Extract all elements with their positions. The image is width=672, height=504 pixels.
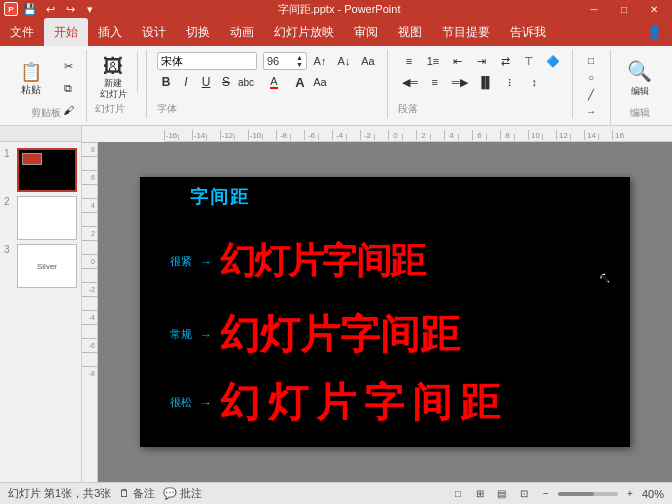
- align-right-button[interactable]: ═▶: [448, 73, 472, 91]
- save-quick-btn[interactable]: 💾: [22, 1, 38, 17]
- slide-thumb-1[interactable]: 1: [4, 148, 77, 192]
- menu-insert[interactable]: 插入: [88, 18, 132, 46]
- status-right: □ ⊞ ▤ ⊡ − + 40%: [450, 486, 664, 502]
- undo-btn[interactable]: ↩: [42, 1, 58, 17]
- new-slide-button[interactable]: 🖼 新建幻灯片: [95, 52, 131, 104]
- slide-preview-1[interactable]: [17, 148, 77, 192]
- indent-increase-button[interactable]: ⇥: [470, 52, 492, 70]
- font-size-up-arrow[interactable]: ▲: [296, 54, 303, 61]
- zoom-slider[interactable]: [558, 492, 618, 496]
- view-reading-btn[interactable]: ▤: [494, 486, 510, 502]
- slide-preview-3[interactable]: Silver: [17, 244, 77, 288]
- ruler-mark: 12: [556, 130, 570, 140]
- copy-button[interactable]: ⧉: [54, 78, 82, 98]
- ruler-mark: [374, 134, 388, 140]
- vruler-mark: [82, 184, 97, 198]
- shape-rect[interactable]: □: [583, 52, 599, 68]
- menu-tell-me[interactable]: 告诉我: [500, 18, 556, 46]
- slide-preview-2[interactable]: [17, 196, 77, 240]
- slide-thumb-2[interactable]: 2: [4, 196, 77, 240]
- menu-home[interactable]: 开始: [44, 18, 88, 46]
- zoom-out-btn[interactable]: −: [538, 486, 554, 502]
- align-center-button[interactable]: ≡: [424, 73, 446, 91]
- font-row-1: 96 ▲ ▼ A↑ A↓ Aa: [157, 52, 379, 70]
- underline-button[interactable]: U: [197, 73, 215, 91]
- align-text-button[interactable]: ⊤: [518, 52, 540, 70]
- notes-icon[interactable]: 🗒 备注: [119, 486, 155, 501]
- menu-animation[interactable]: 动画: [220, 18, 264, 46]
- font-enlarge-button[interactable]: A↑: [309, 52, 331, 70]
- menu-transition[interactable]: 切换: [176, 18, 220, 46]
- ruler-mark: [178, 134, 192, 140]
- font-row2-Aa[interactable]: Aa: [311, 73, 329, 91]
- menu-file[interactable]: 文件: [0, 18, 44, 46]
- canvas-area[interactable]: 字间距 很紧 → 幻灯片字间距 常规 → 幻灯片字间距: [98, 142, 672, 482]
- ruler-mark: 0: [388, 130, 402, 140]
- slide-line-2: 常规 → 幻灯片字间距: [170, 307, 460, 362]
- ruler-mark: [234, 134, 248, 140]
- vruler-mark: [82, 156, 97, 170]
- font-size-box[interactable]: 96 ▲ ▼: [263, 52, 307, 70]
- font-shrink-button[interactable]: A↓: [333, 52, 355, 70]
- para-group-label: 段落: [398, 102, 418, 116]
- comments-icon[interactable]: 💬 批注: [163, 486, 202, 501]
- slide-thumb-3[interactable]: 3 Silver: [4, 244, 77, 288]
- app-icon: P: [4, 2, 18, 16]
- strikethrough-button[interactable]: S: [217, 73, 235, 91]
- shape-line[interactable]: ╱: [583, 86, 599, 102]
- menu-design[interactable]: 设计: [132, 18, 176, 46]
- menu-slideshow[interactable]: 幻灯片放映: [264, 18, 344, 46]
- justify-button[interactable]: ▐▌: [474, 73, 498, 91]
- ruler-row: -16 -14 -12 -10 -8 -6 -4 -2 0 2 4 6 8: [0, 126, 672, 142]
- slide-line-1: 很紧 → 幻灯片字间距: [170, 237, 424, 286]
- font-row-2: B I U S abc A A Aa: [157, 73, 379, 91]
- ribbon-group-editing: 🔍 编辑 编辑: [613, 50, 666, 118]
- slide-num-2: 2: [4, 196, 14, 207]
- smartart-button[interactable]: 🔷: [542, 52, 564, 70]
- slide-canvas[interactable]: 字间距 很紧 → 幻灯片字间距 常规 → 幻灯片字间距: [140, 177, 630, 447]
- redo-btn[interactable]: ↪: [62, 1, 78, 17]
- quick-access-dropdown[interactable]: ▾: [82, 1, 98, 17]
- columns-button[interactable]: ⫶: [499, 73, 521, 91]
- ruler-mark: 6: [472, 130, 486, 140]
- cut-button[interactable]: ✂: [54, 56, 82, 76]
- menu-view[interactable]: 视图: [388, 18, 432, 46]
- menu-user[interactable]: 👤: [637, 18, 672, 46]
- shapes-palette: □ ○ ╱ → △ ▽: [583, 52, 602, 126]
- slide-num-3: 3: [4, 244, 14, 255]
- font-name-input[interactable]: [157, 52, 257, 70]
- vruler-mark: -4: [82, 310, 97, 324]
- shape-arrow[interactable]: →: [583, 103, 599, 119]
- align-left-button[interactable]: ◀═: [398, 73, 422, 91]
- view-grid-btn[interactable]: ⊞: [472, 486, 488, 502]
- numbering-button[interactable]: 1≡: [422, 52, 444, 70]
- shape-circle[interactable]: ○: [583, 69, 599, 85]
- line-spacing-button[interactable]: ↕: [523, 73, 545, 91]
- find-button[interactable]: 🔍 编辑: [621, 52, 658, 104]
- paste-button[interactable]: 📋 粘贴: [10, 54, 52, 106]
- bold-button[interactable]: B: [157, 73, 175, 91]
- minimize-btn[interactable]: ─: [580, 0, 608, 18]
- view-slideshow-btn[interactable]: ⊡: [516, 486, 532, 502]
- close-btn[interactable]: ✕: [640, 0, 668, 18]
- zoom-bar: − + 40%: [538, 486, 664, 502]
- menu-review[interactable]: 审阅: [344, 18, 388, 46]
- ruler-mark: 16: [612, 130, 626, 140]
- bullets-button[interactable]: ≡: [398, 52, 420, 70]
- ribbon-group-drawing: □ ○ ╱ → △ ▽ 绘图: [575, 50, 611, 126]
- font-color-button[interactable]: A: [265, 73, 283, 91]
- font-row2-A[interactable]: A: [291, 73, 309, 91]
- ribbon: 📋 粘贴 ✂ ⧉ 🖌 剪贴板 🖼 新建幻灯片 幻灯片: [0, 46, 672, 126]
- shadow-button[interactable]: abc: [237, 73, 255, 91]
- zoom-in-btn[interactable]: +: [622, 486, 638, 502]
- view-normal-btn[interactable]: □: [450, 486, 466, 502]
- menu-section[interactable]: 节目提要: [432, 18, 500, 46]
- slide3-inner: Silver: [18, 245, 76, 287]
- indent-decrease-button[interactable]: ⇤: [446, 52, 468, 70]
- vruler-mark: [82, 240, 97, 254]
- clear-format-button[interactable]: Aa: [357, 52, 379, 70]
- text-direction-button[interactable]: ⇄: [494, 52, 516, 70]
- font-size-down-arrow[interactable]: ▼: [296, 61, 303, 68]
- italic-button[interactable]: I: [177, 73, 195, 91]
- maximize-btn[interactable]: □: [610, 0, 638, 18]
